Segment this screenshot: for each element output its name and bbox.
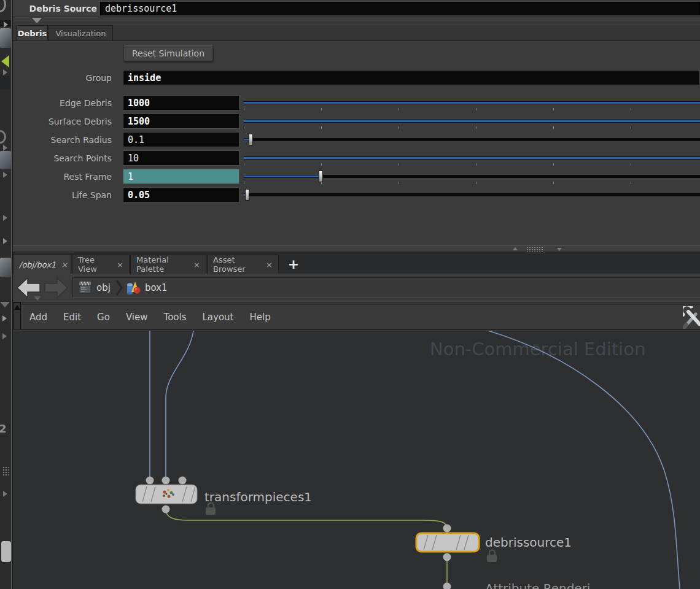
node-debrissource1[interactable]: debrissource1 xyxy=(416,525,572,563)
group-value: inside xyxy=(128,72,161,83)
group-field[interactable]: inside xyxy=(123,70,700,85)
shelf-arrow-icon xyxy=(3,172,7,178)
menu-tools[interactable]: Tools xyxy=(156,312,195,323)
shelf-arrow-icon xyxy=(3,145,7,151)
life-span-field[interactable]: 0.05 xyxy=(123,187,239,202)
shelf-arrow-icon xyxy=(3,491,7,497)
obj-context-icon xyxy=(78,280,93,296)
breadcrumb-chevron-icon xyxy=(115,279,123,297)
search-radius-slider[interactable] xyxy=(244,132,700,148)
shelf-arrow-icon xyxy=(4,21,8,28)
search-radius-field[interactable]: 0.1 xyxy=(123,132,239,147)
surface-debris-field[interactable]: 1500 xyxy=(123,114,239,129)
output-connector[interactable] xyxy=(162,506,170,514)
pane-splitter[interactable] xyxy=(13,245,700,252)
partial-node-label: Attribute Renderi xyxy=(485,581,590,589)
node-label: debrissource1 xyxy=(485,535,572,550)
slider-handle[interactable] xyxy=(245,189,249,201)
reset-simulation-label: Reset Simulation xyxy=(132,48,204,58)
param-label-search-points: Search Points xyxy=(25,153,112,163)
tab-close-icon[interactable]: × xyxy=(189,260,200,269)
pane-tab-material-palette[interactable]: Material Palette × xyxy=(130,255,206,274)
tab-debris[interactable]: Debris xyxy=(17,25,48,41)
param-tabstrip xyxy=(13,25,700,41)
menu-edit[interactable]: Edit xyxy=(55,312,89,323)
wrench-tools-icon[interactable] xyxy=(683,306,700,329)
tab-close-icon[interactable]: × xyxy=(112,260,123,269)
shelf-arrow-icon xyxy=(2,333,7,339)
menu-items: Add Edit Go View Tools Layout Help xyxy=(21,306,279,329)
pane-tab-obj-box1[interactable]: /obj/box1 × xyxy=(13,254,71,274)
network-canvas[interactable]: transformpieces1 debrissource1 Attribute… xyxy=(13,331,700,589)
menu-layout[interactable]: Layout xyxy=(194,312,241,323)
node-transformpieces1[interactable]: transformpieces1 xyxy=(136,477,312,515)
menu-view[interactable]: View xyxy=(118,312,156,323)
slider-ticks xyxy=(244,163,699,166)
life-span-slider[interactable] xyxy=(244,187,700,203)
rest-frame-value: 1 xyxy=(128,171,133,182)
edge-debris-slider[interactable] xyxy=(244,95,700,111)
network-path-bar[interactable]: obj box1 xyxy=(72,277,700,298)
slider-handle[interactable] xyxy=(319,171,323,182)
search-points-field[interactable]: 10 xyxy=(123,150,239,166)
search-points-slider[interactable] xyxy=(244,150,700,166)
param-label-group: Group xyxy=(25,73,112,83)
node-name-field[interactable]: debrissource1 xyxy=(100,2,700,15)
menu-go[interactable]: Go xyxy=(89,312,118,323)
breadcrumb-obj[interactable]: obj xyxy=(93,282,115,293)
shelf-green-arrow-icon xyxy=(1,55,9,67)
slider-fill xyxy=(244,120,700,122)
life-span-value: 0.05 xyxy=(128,190,150,201)
pane-collapse-arrow-icon xyxy=(14,305,20,310)
input-connector[interactable] xyxy=(162,477,170,485)
geometry-node-icon xyxy=(126,280,141,296)
slider-track xyxy=(244,193,700,196)
shelf-arrow-icon xyxy=(3,69,7,75)
new-tab-button[interactable]: + xyxy=(284,254,303,274)
tab-close-icon[interactable]: × xyxy=(261,260,273,269)
splitter-grip[interactable] xyxy=(526,247,543,252)
shelf-arrow-icon xyxy=(3,215,7,221)
pane-tab-label: /obj/box1 xyxy=(19,260,56,269)
rest-frame-slider[interactable] xyxy=(244,169,700,185)
pane-edge-handle[interactable] xyxy=(13,302,21,329)
wire-blue-input2 xyxy=(166,331,193,480)
rest-frame-field[interactable]: 1 xyxy=(123,169,239,184)
shelf-arrow-icon xyxy=(2,315,7,321)
node-type-label: Debris Source xyxy=(13,4,97,13)
reset-simulation-button[interactable]: Reset Simulation xyxy=(123,45,213,61)
forward-button[interactable] xyxy=(43,276,69,301)
tab-visualization[interactable]: Visualization xyxy=(49,25,113,41)
node-name-value: debrissource1 xyxy=(105,3,177,14)
shelf-icon-fragment xyxy=(0,28,11,48)
back-button[interactable] xyxy=(16,276,42,301)
pane-tab-asset-browser[interactable]: Asset Browser × xyxy=(207,255,279,274)
pane-tab-tree-view[interactable]: Tree View × xyxy=(72,255,130,274)
slider-handle[interactable] xyxy=(249,134,253,145)
shelf-icon-fragment xyxy=(0,258,11,277)
edge-debris-field[interactable]: 1000 xyxy=(123,95,239,110)
tab-close-icon[interactable]: × xyxy=(56,260,68,269)
splitter-arrow-up-icon[interactable] xyxy=(513,247,518,250)
param-label-rest-frame: Rest Frame xyxy=(25,172,112,182)
input-connector[interactable] xyxy=(146,477,154,485)
menu-help[interactable]: Help xyxy=(241,312,278,323)
splitter-arrow-down-icon[interactable] xyxy=(557,248,562,251)
input-connector[interactable] xyxy=(443,525,451,533)
param-label-surface-debris: Surface Debris xyxy=(25,117,112,126)
pane-tab-label: Asset Browser xyxy=(213,255,261,274)
menu-add[interactable]: Add xyxy=(21,312,55,323)
input-connector-next-node[interactable] xyxy=(443,583,451,589)
slider-fill xyxy=(244,157,700,159)
surface-debris-slider[interactable] xyxy=(244,114,700,129)
param-label-search-radius: Search Radius xyxy=(25,135,112,145)
shelf-icon-fragment: 2 xyxy=(0,422,7,435)
tab-label: Visualization xyxy=(55,29,106,38)
slider-ticks xyxy=(244,108,699,110)
breadcrumb-box1[interactable]: box1 xyxy=(141,282,168,293)
input-connector[interactable] xyxy=(179,477,187,485)
left-shelf-strip: 2 xyxy=(0,0,11,589)
output-connector[interactable] xyxy=(443,553,451,561)
shelf-icon-fragment xyxy=(0,0,6,12)
shelf-grip xyxy=(2,466,9,476)
